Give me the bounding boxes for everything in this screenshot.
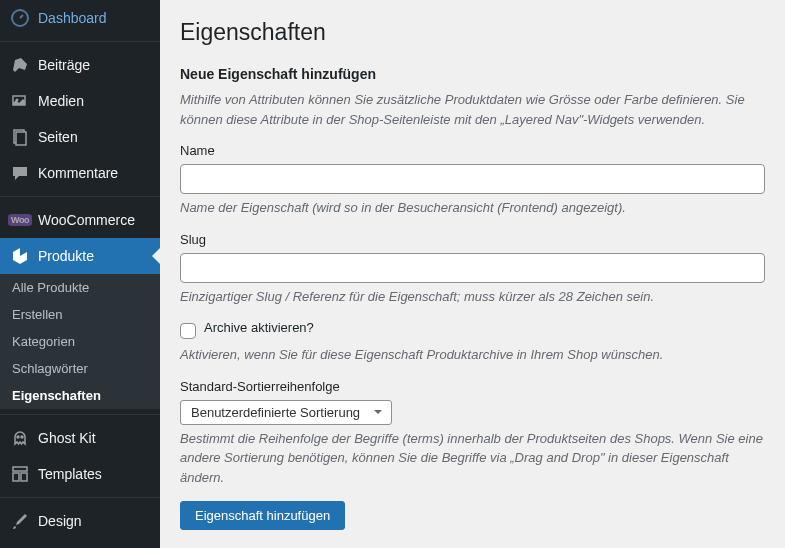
section-heading: Neue Eigenschaft hinzufügen [180, 66, 765, 82]
product-icon [10, 246, 30, 266]
slug-label: Slug [180, 232, 765, 247]
menu-label: Dashboard [38, 10, 107, 26]
sidebar-item-dashboard[interactable]: Dashboard [0, 0, 160, 36]
slug-help: Einzigartiger Slug / Referenz für die Ei… [180, 287, 765, 307]
svg-rect-7 [13, 467, 27, 471]
menu-label: Templates [38, 466, 102, 482]
archive-checkbox[interactable] [180, 323, 196, 339]
section-description: Mithilfe von Attributen können Sie zusät… [180, 90, 765, 129]
svg-rect-8 [13, 473, 19, 481]
sidebar-item-products[interactable]: Produkte [0, 238, 160, 274]
menu-label: Medien [38, 93, 84, 109]
submenu-item-create[interactable]: Erstellen [0, 301, 160, 328]
name-input[interactable] [180, 164, 765, 194]
sidebar-item-templates[interactable]: Templates [0, 456, 160, 492]
pin-icon [10, 55, 30, 75]
sidebar-item-posts[interactable]: Beiträge [0, 47, 160, 83]
sidebar-item-ghostkit[interactable]: Ghost Kit [0, 420, 160, 456]
menu-label: Ghost Kit [38, 430, 96, 446]
submenu-products: Alle Produkte Erstellen Kategorien Schla… [0, 274, 160, 409]
archive-label: Archive aktivieren? [204, 320, 314, 335]
submenu-item-attributes[interactable]: Eigenschaften [0, 382, 160, 409]
menu-label: Produkte [38, 248, 94, 264]
field-slug: Slug Einzigartiger Slug / Referenz für d… [180, 232, 765, 307]
field-sort: Standard-Sortierreihenfolge Benutzerdefi… [180, 379, 765, 488]
templates-icon [10, 464, 30, 484]
admin-sidebar: Dashboard Beiträge Medien Seiten Komment… [0, 0, 160, 548]
ghost-icon [10, 428, 30, 448]
menu-label: Kommentare [38, 165, 118, 181]
menu-separator [0, 41, 160, 42]
sidebar-item-media[interactable]: Medien [0, 83, 160, 119]
menu-label: Design [38, 513, 82, 529]
submenu-item-all-products[interactable]: Alle Produkte [0, 274, 160, 301]
menu-label: Seiten [38, 129, 78, 145]
field-name: Name Name der Eigenschaft (wird so in de… [180, 143, 765, 218]
slug-input[interactable] [180, 253, 765, 283]
svg-point-5 [17, 436, 19, 438]
sort-select[interactable]: Benutzerdefinierte Sortierung [180, 400, 392, 425]
sidebar-item-appearance[interactable]: Design [0, 503, 160, 539]
archive-help: Aktivieren, wenn Sie für diese Eigenscha… [180, 345, 765, 365]
sidebar-item-pages[interactable]: Seiten [0, 119, 160, 155]
pages-icon [10, 127, 30, 147]
submit-button[interactable]: Eigenschaft hinzufügen [180, 501, 345, 530]
svg-rect-9 [21, 473, 27, 481]
woocommerce-icon: Woo [10, 210, 30, 230]
svg-rect-4 [16, 132, 26, 145]
menu-separator [0, 196, 160, 197]
sort-label: Standard-Sortierreihenfolge [180, 379, 765, 394]
menu-label: Beiträge [38, 57, 90, 73]
media-icon [10, 91, 30, 111]
name-label: Name [180, 143, 765, 158]
menu-label: WooCommerce [38, 212, 135, 228]
field-archive: Archive aktivieren? Aktivieren, wenn Sie… [180, 320, 765, 365]
menu-separator [0, 497, 160, 498]
name-help: Name der Eigenschaft (wird so in der Bes… [180, 198, 765, 218]
comment-icon [10, 163, 30, 183]
brush-icon [10, 511, 30, 531]
menu-separator [0, 414, 160, 415]
submenu-item-tags[interactable]: Schlagwörter [0, 355, 160, 382]
submenu-item-categories[interactable]: Kategorien [0, 328, 160, 355]
svg-point-6 [21, 436, 23, 438]
dashboard-icon [10, 8, 30, 28]
sort-help: Bestimmt die Reihenfolge der Begriffe (t… [180, 429, 765, 488]
main-content: Eigenschaften Neue Eigenschaft hinzufüge… [160, 0, 785, 548]
page-title: Eigenschaften [180, 10, 765, 46]
sidebar-item-woocommerce[interactable]: Woo WooCommerce [0, 202, 160, 238]
sidebar-item-comments[interactable]: Kommentare [0, 155, 160, 191]
